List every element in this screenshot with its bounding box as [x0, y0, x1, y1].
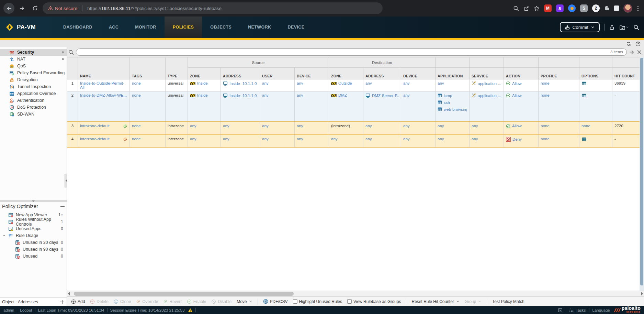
- browser-back-button[interactable]: [3, 3, 14, 14]
- not-secure-warning[interactable]: Not secure: [48, 6, 77, 11]
- config-io-icon[interactable]: [619, 24, 629, 30]
- horizontal-scrollbar-thumb[interactable]: [74, 292, 294, 296]
- col-header-dst-address[interactable]: ADDRESS: [363, 68, 401, 79]
- sidebar-item-tunnel-inspection[interactable]: Tunnel Inspection: [0, 83, 67, 90]
- apply-filter-icon[interactable]: [629, 49, 635, 55]
- browser-reload-button[interactable]: [30, 3, 41, 14]
- tab-policies[interactable]: POLICIES: [165, 17, 202, 38]
- rule-name-link[interactable]: Inside-to-DMZ-Allow-WE...: [80, 93, 127, 97]
- messages-icon[interactable]: [558, 308, 563, 313]
- override-button[interactable]: Override: [136, 299, 158, 304]
- add-button[interactable]: Add: [71, 299, 85, 304]
- col-header-tags[interactable]: TAGS: [130, 57, 166, 79]
- tab-device[interactable]: DEVICE: [280, 17, 313, 38]
- language-button[interactable]: Language: [592, 308, 610, 312]
- bookmark-star-icon[interactable]: [534, 6, 540, 11]
- expander-chevron-icon[interactable]: [2, 234, 6, 238]
- col-header-options[interactable]: OPTIONS: [579, 68, 612, 79]
- sidebar-item-security[interactable]: Security: [0, 49, 67, 56]
- col-header-profile[interactable]: PROFILE: [539, 68, 579, 79]
- rule-settings-gear-icon[interactable]: [123, 137, 127, 141]
- help-icon[interactable]: [635, 41, 641, 46]
- reset-hit-counter-button[interactable]: Reset Rule Hit Counter: [411, 299, 459, 304]
- sidepanel-icon[interactable]: [614, 6, 619, 11]
- rule-number[interactable]: 4: [67, 135, 78, 147]
- po-item-rules-without-app-controls[interactable]: Rules Without App Controls 1: [0, 218, 67, 225]
- logout-link[interactable]: Logout: [17, 308, 35, 312]
- tab-dashboard[interactable]: DASHBOARD: [55, 17, 101, 38]
- view-rulebase-groups-checkbox[interactable]: View Rulebase as Groups: [347, 299, 401, 304]
- rule-settings-gear-icon[interactable]: [123, 124, 127, 128]
- rule-number[interactable]: 1: [67, 79, 78, 91]
- browser-profile-avatar[interactable]: [623, 4, 632, 13]
- collapse-panel-icon[interactable]: [60, 206, 65, 207]
- address-bar[interactable]: Not secure https://192.168.86.11/?#polic…: [43, 2, 383, 14]
- po-item-unused-90-days[interactable]: Unused in 90 days 0: [0, 246, 67, 253]
- add-object-icon[interactable]: [60, 300, 64, 304]
- share-icon[interactable]: [523, 6, 529, 11]
- group-button[interactable]: Group: [465, 299, 482, 304]
- sidebar-collapse-handle[interactable]: [65, 174, 67, 187]
- search-input[interactable]: [76, 49, 626, 55]
- po-item-rule-usage[interactable]: Rule Usage: [0, 232, 67, 239]
- browser-menu-icon[interactable]: [637, 5, 639, 12]
- browser-forward-button[interactable]: [16, 3, 27, 14]
- col-header-dst-zone[interactable]: ZONE: [329, 68, 363, 79]
- disable-button[interactable]: Disable: [211, 299, 231, 304]
- delete-button[interactable]: Delete: [90, 299, 109, 304]
- move-button[interactable]: Move: [237, 299, 252, 304]
- highlight-unused-checkbox[interactable]: Highlight Unused Rules: [293, 299, 342, 304]
- rule-name-link[interactable]: Inside-to-Outside-Permit-All: [80, 81, 124, 89]
- horizontal-scrollbar[interactable]: [67, 291, 644, 296]
- tab-network[interactable]: NETWORK: [240, 17, 279, 38]
- col-header-type[interactable]: TYPE: [166, 57, 188, 79]
- col-header-name[interactable]: NAME: [78, 57, 130, 79]
- object-addresses-bar[interactable]: Object : Addresses: [0, 297, 67, 306]
- log-options-icon[interactable]: [581, 81, 587, 86]
- rule-number[interactable]: 3: [67, 122, 78, 135]
- extensions-puzzle-icon[interactable]: [604, 6, 610, 11]
- vertical-scrollbar[interactable]: [640, 57, 644, 291]
- sidebar-item-dos-protection[interactable]: DoS Protection: [0, 104, 67, 111]
- sidebar-item-policy-based-forwarding[interactable]: Policy Based Forwarding: [0, 69, 67, 76]
- col-header-service[interactable]: SERVICE: [470, 68, 504, 79]
- commit-button[interactable]: Commit: [560, 22, 600, 32]
- zoom-icon[interactable]: [513, 6, 519, 11]
- vertical-scrollbar-thumb[interactable]: [640, 58, 643, 285]
- extension-circle-icon[interactable]: [568, 4, 576, 12]
- panel-splitter[interactable]: [0, 200, 67, 202]
- sidebar-item-authentication[interactable]: Authentication: [0, 97, 67, 104]
- unlock-icon[interactable]: [609, 24, 615, 30]
- tab-monitor[interactable]: MONITOR: [127, 17, 165, 38]
- refresh-icon[interactable]: [626, 41, 631, 46]
- tab-objects[interactable]: OBJECTS: [202, 17, 240, 38]
- col-header-application[interactable]: APPLICATION: [436, 68, 470, 79]
- clear-filter-icon[interactable]: [637, 50, 642, 55]
- extension-2-icon[interactable]: 2: [592, 4, 600, 12]
- sidebar-item-application-override[interactable]: Application Override: [0, 90, 67, 97]
- rule-name-link[interactable]: intrazone-default: [80, 124, 110, 128]
- po-item-unused-30-days[interactable]: Unused in 30 days 0: [0, 239, 67, 246]
- tasks-button[interactable]: Tasks: [569, 308, 586, 313]
- extension-s-icon[interactable]: S: [580, 4, 588, 12]
- test-policy-match-button[interactable]: Test Policy Match: [492, 299, 524, 304]
- col-header-src-address[interactable]: ADDRESS: [221, 68, 260, 79]
- col-header-action[interactable]: ACTION: [504, 68, 539, 79]
- sidebar-item-qos[interactable]: QoS: [0, 63, 67, 69]
- enable-button[interactable]: Enable: [187, 299, 206, 304]
- checkbox-icon[interactable]: [293, 299, 297, 304]
- col-header-user[interactable]: USER: [260, 68, 295, 79]
- extension-r-icon[interactable]: R: [556, 4, 564, 12]
- rule-name-link[interactable]: interzone-default: [80, 137, 110, 141]
- pdf-csv-button[interactable]: PDF/CSV: [263, 299, 288, 304]
- col-header-hit-count[interactable]: HIT COUNT: [612, 68, 640, 79]
- global-search-icon[interactable]: [633, 24, 639, 30]
- col-header-dst-device[interactable]: DEVICE: [401, 68, 436, 79]
- revert-button[interactable]: Revert: [163, 299, 181, 304]
- po-item-unused-apps[interactable]: Unused Apps 0: [0, 225, 67, 232]
- scroll-left-arrow[interactable]: [68, 292, 70, 296]
- checkbox-icon[interactable]: [347, 299, 352, 304]
- clone-button[interactable]: Clone: [114, 299, 131, 304]
- tab-acc[interactable]: ACC: [101, 17, 127, 38]
- scroll-right-arrow[interactable]: [641, 292, 643, 296]
